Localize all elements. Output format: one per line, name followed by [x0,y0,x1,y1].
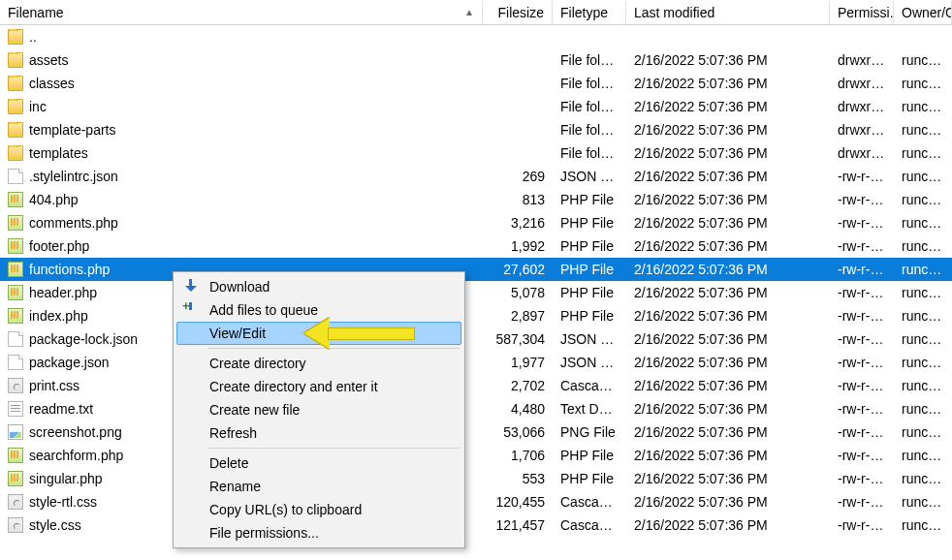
file-row[interactable]: screenshot.png53,066PNG File2/16/2022 5:… [0,420,952,444]
file-name: searchform.php [29,448,123,463]
file-size: 121,457 [483,517,553,533]
file-row[interactable]: header.php5,078PHP File2/16/2022 5:07:36… [0,281,952,304]
file-type: JSON File [553,331,626,347]
file-owner: runcloud [894,76,952,91]
add-queue-icon [182,301,200,319]
file-permissions: -rw-r--r-- [830,331,894,347]
ctx-delete[interactable]: Delete [176,451,461,475]
file-row[interactable]: package-lock.json587,304JSON File2/16/20… [0,327,952,351]
column-header-filename[interactable]: Filename ▲ [0,1,483,24]
column-header-filesize[interactable]: Filesize [483,1,553,24]
download-icon [182,278,200,296]
file-owner: runcloud [894,192,952,207]
column-header-permissions[interactable]: Permissi... [830,1,894,24]
file-modified: 2/16/2022 5:07:36 PM [626,215,830,231]
column-header-modified[interactable]: Last modified [626,1,830,24]
file-owner: runcloud [894,52,952,68]
file-owner: runcloud [894,378,952,393]
file-size: 2,897 [483,308,553,324]
file-row[interactable]: searchform.php1,706PHP File2/16/2022 5:0… [0,444,952,467]
file-name: screenshot.png [29,424,122,440]
ctx-refresh[interactable]: Refresh [176,421,461,445]
file-row[interactable]: footer.php1,992PHP File2/16/2022 5:07:36… [0,234,952,258]
file-row[interactable]: template-partsFile folder2/16/2022 5:07:… [0,118,952,141]
file-modified: 2/16/2022 5:07:36 PM [626,238,830,254]
file-type: PHP File [553,262,626,277]
file-row[interactable]: comments.php3,216PHP File2/16/2022 5:07:… [0,211,952,234]
file-row[interactable]: .stylelintrc.json269JSON File2/16/2022 5… [0,165,952,188]
file-name: package.json [29,355,110,370]
ctx-view-edit[interactable]: View/Edit [176,322,461,345]
file-name: style.css [29,517,81,533]
file-type: PNG File [553,424,626,440]
file-type: Cascadin... [553,378,626,393]
file-size: 2,702 [483,378,553,393]
file-modified: 2/16/2022 5:07:36 PM [626,494,830,510]
file-owner: runcloud [894,517,952,533]
ctx-copy-url[interactable]: Copy URL(s) to clipboard [176,498,461,521]
file-permissions: -rw-r--r-- [830,424,894,440]
sort-indicator-icon: ▲ [348,7,474,17]
file-permissions: -rw-r--r-- [830,355,894,370]
file-type: JSON File [553,169,626,184]
column-header-owner[interactable]: Owner/G [894,1,952,24]
file-modified: 2/16/2022 5:07:36 PM [626,285,830,300]
file-type: File folder [553,52,626,68]
ctx-create-file[interactable]: Create new file [176,398,461,421]
file-owner: runcloud [894,494,952,510]
file-row[interactable]: classesFile folder2/16/2022 5:07:36 PMdr… [0,72,952,95]
file-type: Cascadin... [553,517,626,533]
file-type: PHP File [553,471,626,486]
file-row[interactable]: templatesFile folder2/16/2022 5:07:36 PM… [0,141,952,165]
file-row[interactable]: style.css121,457Cascadin...2/16/2022 5:0… [0,513,952,537]
file-row[interactable]: index.php2,897PHP File2/16/2022 5:07:36 … [0,304,952,327]
column-header-filetype[interactable]: Filetype [553,1,626,24]
file-name: footer.php [29,238,89,254]
file-name: style-rtl.css [29,494,97,510]
file-modified: 2/16/2022 5:07:36 PM [626,76,830,91]
file-size: 1,992 [483,238,553,254]
ctx-create-dir-enter[interactable]: Create directory and enter it [176,375,461,398]
file-permissions: -rw-r--r-- [830,494,894,510]
file-type: PHP File [553,285,626,300]
file-owner: runcloud [894,285,952,300]
file-owner: runcloud [894,424,952,440]
file-owner: runcloud [894,471,952,486]
file-owner: runcloud [894,262,952,277]
file-row[interactable]: print.css2,702Cascadin...2/16/2022 5:07:… [0,374,952,397]
ctx-add-queue[interactable]: Add files to queue [176,298,461,322]
file-row[interactable]: functions.php27,602PHP File2/16/2022 5:0… [0,258,952,281]
file-row[interactable]: readme.txt4,480Text Doc...2/16/2022 5:07… [0,397,952,420]
folder-icon [8,99,23,114]
css-icon [8,378,23,393]
parent-dir-row[interactable]: .. [0,25,952,48]
ctx-download[interactable]: Download [176,275,461,298]
ctx-separator [207,448,460,449]
file-row[interactable]: 404.php813PHP File2/16/2022 5:07:36 PM-r… [0,188,952,211]
ctx-create-dir[interactable]: Create directory [176,352,461,375]
file-modified: 2/16/2022 5:07:36 PM [626,52,830,68]
file-row[interactable]: package.json1,977JSON File2/16/2022 5:07… [0,351,952,374]
file-row[interactable]: style-rtl.css120,455Cascadin...2/16/2022… [0,490,952,513]
php-icon [8,238,23,254]
file-size: 53,066 [483,424,553,440]
file-size: 813 [483,192,553,207]
file-row[interactable]: incFile folder2/16/2022 5:07:36 PMdrwxr-… [0,95,952,118]
file-type: File folder [553,122,626,138]
file-permissions: -rw-r--r-- [830,262,894,277]
ctx-permissions[interactable]: File permissions... [176,521,461,544]
file-row[interactable]: assetsFile folder2/16/2022 5:07:36 PMdrw… [0,48,952,72]
ctx-rename[interactable]: Rename [176,475,461,498]
file-row[interactable]: singular.php553PHP File2/16/2022 5:07:36… [0,467,952,490]
file-modified: 2/16/2022 5:07:36 PM [626,99,830,114]
file-list: .. assetsFile folder2/16/2022 5:07:36 PM… [0,25,952,537]
php-icon [8,471,23,486]
file-name: package-lock.json [29,331,138,347]
file-permissions: -rw-r--r-- [830,401,894,417]
file-permissions: drwxr-xr-x [830,52,894,68]
file-modified: 2/16/2022 5:07:36 PM [626,192,830,207]
file-icon [8,355,23,370]
file-type: File folder [553,76,626,91]
txt-icon [8,401,23,417]
file-type: PHP File [553,215,626,231]
